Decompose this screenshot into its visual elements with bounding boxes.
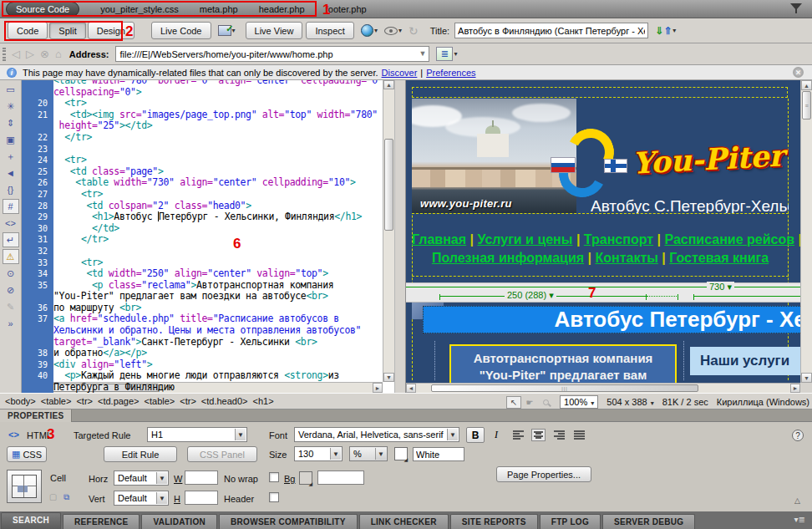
- text-color-input[interactable]: [413, 447, 464, 461]
- font-select[interactable]: Verdana, Arial, Helvetica, sans-serif▼: [294, 427, 459, 442]
- results-tab-reference[interactable]: REFERENCE: [63, 514, 140, 529]
- word-wrap-icon[interactable]: ↵: [3, 232, 19, 247]
- design-horizontal-scrollbar[interactable]: ◄ ||| ►: [406, 383, 800, 393]
- window-size-select[interactable]: 504 x 388 ▾: [606, 397, 653, 407]
- visual-aids-icon[interactable]: ▾: [384, 27, 402, 35]
- code-line[interactable]: 23: [22, 144, 383, 155]
- outer-table-width-label[interactable]: 730 ▾: [707, 282, 734, 292]
- code-line[interactable]: 27 <tr>: [22, 189, 383, 201]
- results-tab-browser-compatibility[interactable]: BROWSER COMPATIBILITY: [219, 514, 358, 529]
- column-width-label[interactable]: 250 (288) ▾: [505, 290, 556, 301]
- help-icon[interactable]: ?: [792, 430, 804, 441]
- results-tab-site-reports[interactable]: SITE REPORTS: [450, 514, 538, 529]
- properties-tab[interactable]: PROPERTIES: [0, 409, 72, 422]
- tag-selector-item[interactable]: <tr>: [180, 396, 196, 406]
- toolbar-grip[interactable]: [3, 48, 6, 61]
- code-line[interactable]: 34 <td width="250" align="center" valign…: [22, 268, 383, 280]
- live-view-options-icon[interactable]: ≣: [436, 47, 453, 61]
- results-tab-search[interactable]: SEARCH: [1, 512, 61, 529]
- code-line[interactable]: 24 <tr>: [22, 155, 383, 166]
- nav-link[interactable]: Главная: [412, 232, 466, 247]
- align-left-icon[interactable]: [511, 429, 525, 441]
- scroll-left-icon[interactable]: ◄: [406, 384, 416, 393]
- bold-button[interactable]: B: [466, 427, 485, 443]
- nav-link[interactable]: Контакты: [595, 251, 657, 265]
- collapse-selection-icon[interactable]: ▣: [3, 132, 19, 147]
- nav-link[interactable]: Услуги и цены: [477, 232, 572, 247]
- code-line[interactable]: target="_blank">Санкт-Петербург - Хельси…: [22, 337, 383, 348]
- cell-width-input[interactable]: [185, 471, 218, 485]
- code-line[interactable]: 28 <td colspan="2" class="head0">: [22, 201, 383, 212]
- code-line[interactable]: 38и обратно</a></p>: [22, 348, 383, 359]
- site-header-image[interactable]: www.you-piter.ru You-Piter Автобус С.Пет…: [412, 99, 789, 213]
- scroll-up-icon[interactable]: ▲: [801, 80, 812, 90]
- scroll-down-icon[interactable]: ▼: [383, 373, 394, 382]
- results-tab-validation[interactable]: VALIDATION: [141, 514, 217, 529]
- preferences-link[interactable]: Preferences: [426, 68, 475, 78]
- code-line[interactable]: 33 <tr>: [22, 257, 383, 269]
- nav-link[interactable]: Гостевая книга: [669, 251, 769, 265]
- no-wrap-checkbox[interactable]: [269, 472, 279, 482]
- code-line[interactable]: 25 <td class="page">: [22, 166, 383, 178]
- size-unit-select[interactable]: %▼: [349, 446, 388, 461]
- document-title-input[interactable]: [454, 23, 648, 38]
- tag-selector-item[interactable]: <td.head0>: [201, 396, 248, 406]
- collapse-panel-icon[interactable]: △: [794, 496, 800, 505]
- open-documents-icon[interactable]: ▭: [3, 82, 19, 97]
- header-checkbox[interactable]: [269, 492, 279, 502]
- filter-related-files-icon[interactable]: [790, 3, 802, 14]
- discover-link[interactable]: Discover: [382, 68, 418, 78]
- nav-link[interactable]: Транспорт: [584, 232, 653, 247]
- results-tab-link-checker[interactable]: LINK CHECKER: [359, 514, 449, 529]
- syntax-error-alerts-icon[interactable]: ⚠: [3, 249, 19, 264]
- code-navigator-icon[interactable]: ✳: [3, 99, 19, 114]
- our-services-box[interactable]: Наши услуги: [690, 347, 800, 375]
- align-right-icon[interactable]: [552, 429, 566, 441]
- collapse-full-tag-icon[interactable]: ⇕: [3, 115, 19, 130]
- code-view[interactable]: <table width="780" border="0" align="cen…: [0, 80, 394, 393]
- tag-selector-item[interactable]: <tr>: [76, 396, 93, 406]
- magnification-select[interactable]: 100% ▾: [560, 395, 598, 409]
- live-code-button[interactable]: Live Code: [151, 22, 211, 39]
- code-vertical-scrollbar[interactable]: ▲ ▼: [383, 80, 394, 382]
- file-transfer-icon[interactable]: ⇓⇑▾: [655, 25, 676, 37]
- results-tab-server-debug[interactable]: SERVER DEBUG: [602, 514, 695, 529]
- split-view-divider[interactable]: [394, 80, 406, 393]
- code-line[interactable]: 32: [22, 246, 383, 257]
- select-parent-tag-icon[interactable]: ◄: [3, 165, 19, 181]
- tag-selector-item[interactable]: <table>: [145, 396, 175, 406]
- italic-button[interactable]: I: [487, 427, 505, 443]
- line-numbers-icon[interactable]: #: [3, 199, 19, 214]
- hand-tool-icon[interactable]: ☛: [522, 396, 537, 409]
- code-vscroll-thumb[interactable]: [384, 139, 393, 231]
- edit-rule-button[interactable]: Edit Rule: [104, 446, 177, 462]
- panel-menu-icon[interactable]: ▾≣: [794, 515, 805, 524]
- live-view-button[interactable]: Live View: [246, 22, 303, 39]
- code-line[interactable]: 29 <h1>Автобус Петербург - Хельсинки, Фи…: [22, 211, 383, 223]
- code-line[interactable]: 35 <p class="reclama">Автотранспортная к…: [22, 280, 383, 292]
- code-line[interactable]: 37<a href="schedule.php" title="Расписан…: [22, 313, 383, 325]
- code-line[interactable]: 36по маршруту <br>: [22, 303, 383, 314]
- design-view[interactable]: www.you-piter.ru You-Piter Автобус С.Пет…: [406, 80, 812, 393]
- remove-comment-icon[interactable]: ⊘: [3, 282, 19, 298]
- scroll-down-icon[interactable]: ▼: [801, 373, 812, 383]
- zoom-tool-icon[interactable]: [538, 396, 553, 409]
- code-line[interactable]: cellspacing="0">: [22, 87, 383, 99]
- code-line[interactable]: 21 <td><img src="images/page_top.png" al…: [22, 109, 383, 121]
- address-input[interactable]: [115, 46, 429, 62]
- code-line[interactable]: height="25"></td>: [22, 120, 383, 132]
- tag-selector-item[interactable]: <table>: [41, 396, 72, 406]
- expand-all-icon[interactable]: ＋: [3, 149, 19, 164]
- balance-braces-icon[interactable]: {}: [3, 182, 19, 197]
- horz-select[interactable]: Default▼: [114, 471, 169, 486]
- code-line[interactable]: 30 </td>: [22, 223, 383, 235]
- split-cell-icon[interactable]: ⧉: [60, 491, 73, 502]
- text-color-swatch[interactable]: [394, 447, 408, 460]
- tag-selector-item[interactable]: <h1>: [253, 396, 274, 406]
- code-line[interactable]: 20 <tr>: [22, 98, 383, 109]
- code-line[interactable]: <table width="780" border="0" align="cen…: [22, 80, 383, 87]
- align-center-icon[interactable]: [531, 429, 546, 441]
- cell-height-input[interactable]: [185, 491, 218, 505]
- apply-comment-icon[interactable]: ⊙: [3, 266, 19, 281]
- page-heading-banner[interactable]: Автобус Петербург - Хельсинки: [423, 306, 812, 333]
